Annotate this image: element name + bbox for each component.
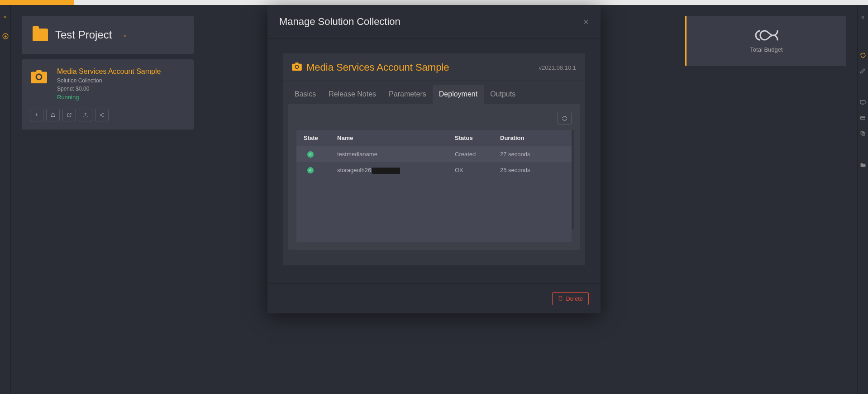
solution-type-label: Solution Collection	[57, 77, 186, 84]
manage-solution-modal: Manage Solution Collection × Media Servi…	[267, 5, 601, 313]
col-name: Name	[337, 135, 455, 141]
tab-outputs[interactable]: Outputs	[484, 85, 522, 104]
panel-title: Media Services Account Sample	[306, 62, 449, 73]
svg-point-4	[100, 115, 101, 115]
project-title: Test Project	[55, 29, 112, 41]
edit-icon[interactable]	[860, 68, 866, 75]
folder-open-icon[interactable]	[860, 162, 866, 169]
top-header-strip	[0, 0, 868, 5]
expand-right-icon[interactable]: »	[4, 14, 6, 19]
cell-duration: 25 seconds	[500, 167, 564, 174]
infinity-icon	[754, 29, 779, 42]
left-sidebar: »	[0, 5, 11, 394]
total-budget-widget: Total Budget	[685, 16, 846, 66]
col-status: Status	[455, 135, 500, 141]
cell-name: storageulh26	[337, 167, 455, 174]
tab-parameters[interactable]: Parameters	[382, 85, 433, 104]
cell-status: OK	[455, 167, 500, 174]
refresh-icon[interactable]	[860, 52, 866, 60]
svg-point-5	[103, 116, 104, 117]
deployment-table: State Name Status Duration ✓ testmediana…	[296, 130, 572, 242]
project-dropdown-caret[interactable]: ⌄	[123, 32, 127, 38]
export-button[interactable]	[79, 109, 92, 121]
open-external-button[interactable]	[62, 109, 76, 121]
collapse-left-icon[interactable]: «	[861, 14, 864, 20]
download-button[interactable]	[30, 109, 43, 121]
solution-panel: Media Services Account Sample v2021.08.1…	[283, 53, 585, 265]
project-header-card: Test Project ⌄	[22, 16, 194, 54]
tab-bar: Basics Release Notes Parameters Deployme…	[283, 85, 585, 104]
table-header-row: State Name Status Duration	[296, 130, 572, 146]
camera-icon	[30, 67, 48, 86]
state-ok-icon: ✓	[307, 151, 314, 158]
notifications-button[interactable]	[46, 109, 60, 121]
svg-rect-7	[861, 116, 865, 120]
budget-label: Total Budget	[750, 46, 782, 53]
svg-point-3	[103, 113, 104, 114]
folder-icon	[33, 29, 48, 41]
tab-basics[interactable]: Basics	[288, 85, 322, 104]
copy-icon[interactable]	[860, 130, 866, 138]
svg-rect-6	[860, 101, 865, 104]
deployment-tab-content: State Name Status Duration ✓ testmediana…	[288, 104, 580, 250]
redacted-segment	[372, 168, 400, 174]
col-duration: Duration	[500, 135, 564, 141]
trash-icon	[558, 295, 563, 302]
table-row[interactable]: ✓ storageulh26 OK 25 seconds	[296, 162, 572, 178]
refresh-button[interactable]	[557, 112, 572, 125]
delete-button[interactable]: Delete	[552, 292, 589, 305]
cell-duration: 27 seconds	[500, 151, 564, 158]
state-ok-icon: ✓	[307, 167, 314, 173]
storage-icon[interactable]	[860, 115, 866, 122]
cell-status: Created	[455, 151, 500, 158]
solution-spend-label: Spend: $0.00	[57, 86, 186, 92]
solution-name[interactable]: Media Services Account Sample	[57, 67, 186, 76]
monitor-icon[interactable]	[860, 100, 866, 107]
version-label: v2021.08.10.1	[539, 64, 576, 71]
close-button[interactable]: ×	[583, 17, 589, 27]
cell-name: testmedianame	[337, 151, 455, 158]
col-state: State	[304, 135, 337, 141]
tab-release-notes[interactable]: Release Notes	[322, 85, 382, 104]
brand-logo-strip	[0, 0, 74, 5]
modal-title: Manage Solution Collection	[279, 16, 401, 28]
add-icon[interactable]	[2, 33, 9, 41]
share-button[interactable]	[95, 109, 109, 121]
right-sidebar: «	[857, 5, 868, 394]
solution-collection-card: Media Services Account Sample Solution C…	[22, 59, 194, 130]
tab-deployment[interactable]: Deployment	[433, 85, 484, 104]
table-scrollbar[interactable]	[572, 130, 574, 230]
camera-icon	[292, 62, 302, 72]
table-row[interactable]: ✓ testmedianame Created 27 seconds	[296, 146, 572, 162]
solution-status-badge: Running	[57, 94, 186, 101]
